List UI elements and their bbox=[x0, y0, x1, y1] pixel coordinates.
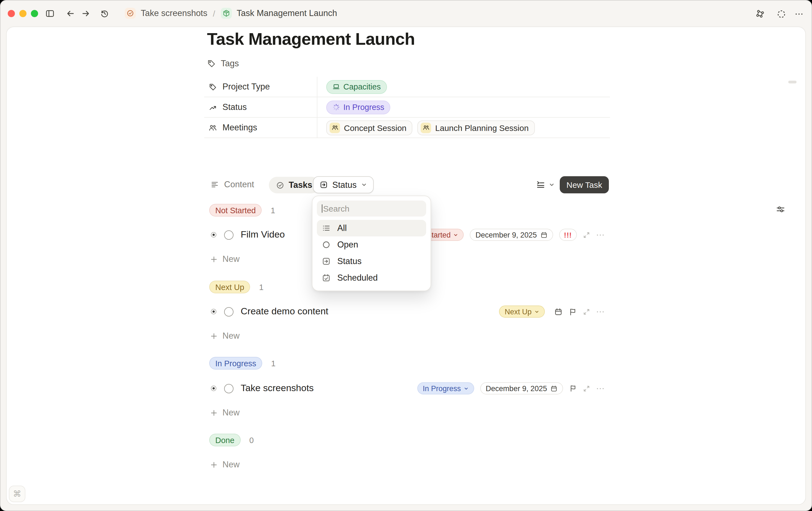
drag-handle-bullet[interactable] bbox=[211, 232, 216, 238]
trend-up-icon bbox=[209, 103, 217, 111]
minimize-button[interactable] bbox=[19, 10, 27, 17]
group-count: 0 bbox=[249, 436, 254, 445]
expand-icon[interactable] bbox=[583, 231, 590, 238]
list-icon bbox=[322, 224, 331, 233]
scroll-indicator bbox=[788, 81, 796, 83]
check-circle-icon bbox=[276, 181, 284, 189]
drag-handle-bullet[interactable] bbox=[211, 309, 216, 314]
tags-row[interactable]: Tags bbox=[207, 58, 239, 69]
sidebar-toggle-icon[interactable] bbox=[45, 9, 55, 18]
command-menu-button[interactable]: ⌘ bbox=[9, 486, 25, 502]
laptop-icon bbox=[332, 83, 340, 90]
spinner-icon bbox=[332, 103, 340, 111]
dropdown-item-scheduled[interactable]: Scheduled bbox=[317, 270, 426, 286]
project-cube-icon bbox=[221, 8, 232, 19]
back-button[interactable] bbox=[66, 9, 75, 18]
square-arrow-icon bbox=[320, 181, 328, 189]
meeting-icon bbox=[421, 123, 431, 133]
task-checkbox[interactable] bbox=[224, 230, 233, 240]
chevron-down-icon bbox=[361, 182, 367, 188]
app-window: Take screenshots / Task Management Launc… bbox=[0, 0, 812, 511]
calendar-icon[interactable] bbox=[554, 307, 562, 316]
sync-status-icon[interactable] bbox=[777, 9, 786, 19]
circle-icon bbox=[322, 240, 331, 249]
square-arrow-icon bbox=[322, 257, 331, 266]
group-count: 1 bbox=[271, 359, 276, 368]
task-title: Take screenshots bbox=[241, 383, 314, 394]
new-task-button[interactable]: New Task bbox=[560, 176, 609, 193]
status-filter-button[interactable]: Status bbox=[313, 176, 374, 193]
property-row-meetings: Meetings Concept Session bbox=[204, 118, 610, 138]
property-row-project-type: Project Type Capacities bbox=[204, 77, 610, 97]
breadcrumb-separator: / bbox=[213, 8, 215, 18]
group-pill-done[interactable]: Done bbox=[209, 434, 240, 446]
flag-icon[interactable] bbox=[569, 307, 577, 316]
tag-icon bbox=[209, 83, 217, 91]
task-status-chip[interactable]: Next Up bbox=[499, 305, 545, 318]
group-header-next-up: Next Up 1 bbox=[209, 280, 264, 293]
task-status-chip[interactable]: In Progress bbox=[417, 382, 474, 395]
properties-table: Project Type Capacities Status bbox=[204, 77, 610, 138]
plus-icon bbox=[210, 332, 218, 340]
meeting-pill-concept-session[interactable]: Concept Session bbox=[326, 120, 413, 135]
expand-icon[interactable] bbox=[583, 308, 590, 315]
group-count: 1 bbox=[259, 283, 264, 291]
breadcrumb-item-take-screenshots[interactable]: Take screenshots bbox=[141, 8, 207, 18]
dropdown-item-open[interactable]: Open bbox=[317, 237, 426, 253]
chevron-down-icon[interactable] bbox=[549, 182, 555, 188]
window: Take screenshots / Task Management Launc… bbox=[0, 0, 812, 511]
breadcrumb-item-current[interactable]: Task Management Launch bbox=[237, 8, 337, 18]
sort-order-icon bbox=[536, 180, 545, 189]
group-count: 1 bbox=[271, 206, 275, 215]
tab-content[interactable]: Content bbox=[210, 180, 254, 189]
tag-icon bbox=[207, 59, 216, 68]
command-icon: ⌘ bbox=[13, 489, 21, 499]
status-filter-dropdown: Search All Open bbox=[312, 195, 431, 291]
close-button[interactable] bbox=[8, 10, 15, 17]
breadcrumb: Take screenshots / Task Management Launc… bbox=[125, 6, 337, 21]
flag-icon[interactable] bbox=[569, 384, 577, 392]
zoom-button[interactable] bbox=[31, 10, 38, 17]
group-pill-not-started[interactable]: Not Started bbox=[209, 204, 262, 217]
group-pill-next-up[interactable]: Next Up bbox=[209, 280, 250, 293]
text-caret bbox=[322, 205, 323, 213]
meeting-pill-launch-planning[interactable]: Launch Planning Session bbox=[417, 120, 535, 135]
task-due-date[interactable]: December 9, 2025 bbox=[480, 382, 563, 395]
forward-button[interactable] bbox=[81, 9, 90, 18]
chevron-down-icon bbox=[454, 232, 459, 237]
group-header-not-started: Not Started 1 bbox=[209, 204, 275, 217]
add-new-task-next-up[interactable]: New bbox=[210, 331, 239, 341]
group-pill-in-progress[interactable]: In Progress bbox=[209, 357, 262, 370]
add-new-task-done[interactable]: New bbox=[210, 460, 239, 469]
more-options-icon[interactable] bbox=[596, 231, 604, 239]
dropdown-item-all[interactable]: All bbox=[317, 220, 426, 237]
graph-view-icon[interactable] bbox=[756, 9, 764, 18]
task-row-create-demo-content[interactable]: Create demo content Next Up bbox=[207, 304, 604, 319]
more-options-icon[interactable] bbox=[596, 384, 604, 393]
task-checkbox[interactable] bbox=[224, 384, 233, 393]
status-value-pill[interactable]: In Progress bbox=[326, 100, 390, 114]
property-label: Meetings bbox=[204, 118, 317, 138]
history-icon[interactable] bbox=[100, 9, 109, 18]
dropdown-item-status[interactable]: Status bbox=[317, 253, 426, 270]
search-placeholder: Search bbox=[323, 204, 349, 213]
project-type-value-pill[interactable]: Capacities bbox=[326, 80, 387, 93]
more-options-icon[interactable] bbox=[596, 307, 604, 316]
task-due-date[interactable]: December 9, 2025 bbox=[470, 229, 553, 241]
drag-handle-bullet[interactable] bbox=[211, 385, 216, 391]
task-checkbox[interactable] bbox=[224, 307, 233, 316]
more-options-icon[interactable] bbox=[795, 11, 803, 17]
task-priority-badge[interactable]: !!! bbox=[559, 229, 577, 241]
view-settings-icon[interactable] bbox=[776, 205, 785, 214]
sort-button[interactable] bbox=[536, 180, 555, 189]
meeting-icon bbox=[329, 123, 340, 133]
people-icon bbox=[209, 124, 217, 132]
expand-icon[interactable] bbox=[583, 385, 590, 392]
calendar-check-icon bbox=[322, 273, 331, 282]
search-input[interactable]: Search bbox=[317, 200, 426, 217]
plus-icon bbox=[210, 255, 218, 263]
task-row-take-screenshots[interactable]: Take screenshots In Progress December 9,… bbox=[207, 381, 604, 396]
tab-tasks[interactable]: Tasks bbox=[269, 177, 320, 193]
add-new-task-in-progress[interactable]: New bbox=[210, 408, 239, 418]
add-new-task-not-started[interactable]: New bbox=[210, 254, 239, 264]
